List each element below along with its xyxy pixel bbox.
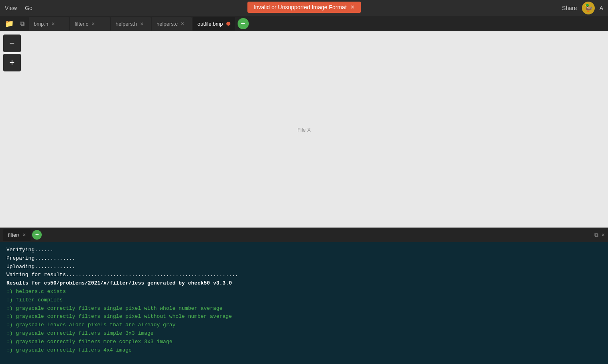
tab-filter-c-close[interactable]: × <box>92 21 95 26</box>
notification-banner: Invalid or Unsupported Image Format × <box>247 2 361 13</box>
terminal-line: Results for cs50/problems/2021/x/filter/… <box>6 279 602 288</box>
tab-add-button[interactable]: + <box>238 18 249 29</box>
tab-helpers-c[interactable]: helpers.c × <box>152 17 192 31</box>
folder-icon[interactable]: 📁 <box>3 18 15 30</box>
terminal-line: :) grayscale correctly filters single pi… <box>6 313 602 321</box>
terminal-line: Preparing............. <box>6 254 602 263</box>
tab-helpers-h-close[interactable]: × <box>140 21 143 26</box>
terminal-area: filter/ × + ⧉ × Verifying......Preparing… <box>0 228 608 364</box>
tab-helpers-h[interactable]: helpers.h × <box>111 17 151 31</box>
tab-bmp-h[interactable]: bmp.h × <box>29 17 69 31</box>
terminal-add-button[interactable]: + <box>32 230 42 240</box>
avatar[interactable]: 🦆 <box>582 2 595 14</box>
terminal-line: :) helpers.c exists <box>6 288 602 296</box>
terminal-content[interactable]: Verifying......Preparing.............Upl… <box>0 242 608 364</box>
editor-area: − + File X <box>0 31 608 228</box>
tab-outfile-bmp[interactable]: outfile.bmp <box>193 17 235 31</box>
terminal-tab-close[interactable]: × <box>22 232 26 238</box>
tab-helpers-h-label: helpers.h <box>116 21 137 27</box>
tab-helpers-c-close[interactable]: × <box>181 21 184 26</box>
menu-right: Share 🦆 A <box>562 2 603 14</box>
menu-left: View Go <box>5 5 33 11</box>
terminal-line: :) grayscale correctly filters simple 3x… <box>6 329 602 338</box>
tab-outfile-bmp-label: outfile.bmp <box>197 21 223 27</box>
terminal-line: :) grayscale leaves alone pixels that ar… <box>6 321 602 329</box>
tab-filter-c[interactable]: filter.c × <box>70 17 110 31</box>
menu-view[interactable]: View <box>5 5 17 11</box>
terminal-line: Waiting for results.....................… <box>6 271 602 279</box>
terminal-tab-bar: filter/ × + ⧉ × <box>0 228 608 242</box>
notification-close-button[interactable]: × <box>351 4 354 10</box>
menu-go[interactable]: Go <box>25 5 33 11</box>
terminal-line: Uploading............. <box>6 263 602 271</box>
terminal-tab-left: filter/ × + <box>3 229 42 241</box>
zoom-in-button[interactable]: + <box>3 54 21 71</box>
notification-message: Invalid or Unsupported Image Format <box>254 4 347 10</box>
menu-bar: View Go Invalid or Unsupported Image For… <box>0 0 608 16</box>
unsaved-dot <box>226 22 230 26</box>
user-initial: A <box>600 5 603 11</box>
editor-center-label: File X <box>297 126 311 132</box>
terminal-tab-filter[interactable]: filter/ × <box>3 229 31 241</box>
editor-toolbar: − + <box>3 35 21 71</box>
terminal-close-icon[interactable]: × <box>602 232 605 238</box>
tab-bar: 📁 ⧉ bmp.h × filter.c × helpers.h × helpe… <box>0 16 608 31</box>
terminal-line: :) grayscale correctly filters single pi… <box>6 305 602 313</box>
zoom-out-button[interactable]: − <box>3 35 21 52</box>
share-button[interactable]: Share <box>562 5 577 11</box>
copy-icon[interactable]: ⧉ <box>16 18 28 30</box>
terminal-tab-label: filter/ <box>8 232 19 238</box>
terminal-line: :) filter compiles <box>6 296 602 305</box>
tab-helpers-c-label: helpers.c <box>157 21 178 27</box>
tab-bmp-h-label: bmp.h <box>34 21 48 27</box>
terminal-line: Verifying...... <box>6 246 602 254</box>
terminal-tab-right: ⧉ × <box>594 232 605 238</box>
terminal-maximize-icon[interactable]: ⧉ <box>594 232 598 238</box>
tab-bmp-h-close[interactable]: × <box>51 21 55 26</box>
terminal-line: :) grayscale correctly filters 4x4 image <box>6 346 602 355</box>
tab-filter-c-label: filter.c <box>75 21 88 27</box>
editor-content: File X <box>0 31 608 228</box>
terminal-line: :) grayscale correctly filters more comp… <box>6 338 602 346</box>
